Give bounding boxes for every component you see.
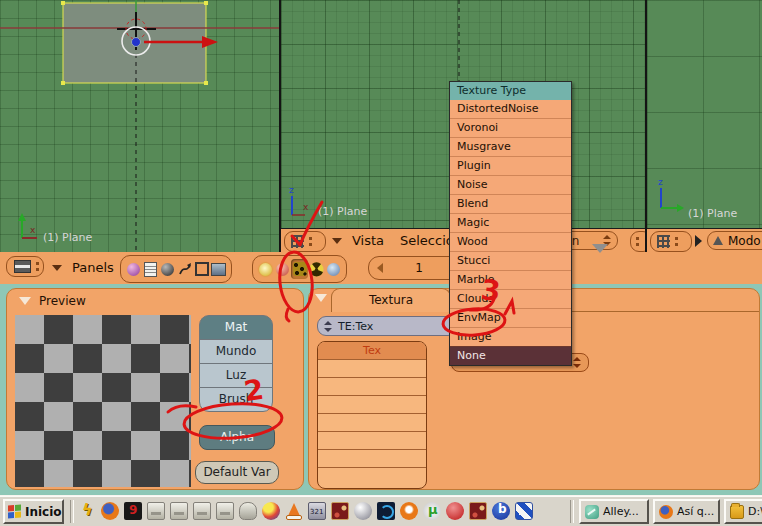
- menu-item-distortednoise[interactable]: DistortedNoise: [450, 100, 571, 118]
- header-expand-icon[interactable]: [695, 235, 702, 247]
- script-icon[interactable]: [142, 259, 159, 279]
- texture-slot[interactable]: [318, 449, 426, 467]
- messenger-icon[interactable]: [515, 502, 533, 520]
- material-icon[interactable]: [274, 259, 291, 279]
- window-type-button[interactable]: [6, 256, 44, 277]
- mesh-triangle-icon: [713, 236, 723, 245]
- menu-vista[interactable]: Vista: [352, 233, 384, 248]
- brush-button[interactable]: Brush: [199, 387, 273, 412]
- luz-button[interactable]: Luz: [199, 363, 273, 388]
- editing-icon[interactable]: [193, 259, 210, 279]
- viewport-side-scene: z: [647, 0, 762, 228]
- firefox-icon: [659, 505, 673, 519]
- windows-logo-icon: [8, 505, 21, 519]
- gray-sphere-icon[interactable]: [354, 502, 372, 520]
- colorful-ball-icon[interactable]: [262, 502, 280, 520]
- red-media-icon[interactable]: [124, 502, 142, 520]
- comic-red-icon[interactable]: [469, 502, 487, 520]
- drive-icon[interactable]: [216, 502, 234, 520]
- menu-item-blend[interactable]: Blend: [450, 194, 571, 213]
- viewport-type-button[interactable]: [650, 231, 692, 252]
- texture-slot[interactable]: [318, 395, 426, 413]
- taskbar-separator: [70, 500, 74, 523]
- mundo-button[interactable]: Mundo: [199, 339, 273, 364]
- texture-slot[interactable]: [318, 467, 426, 485]
- header-collapse-icon[interactable]: [52, 265, 62, 271]
- scene-icon[interactable]: [210, 259, 227, 279]
- menu-item-envmap[interactable]: EnvMap: [450, 308, 571, 327]
- viewport-divider[interactable]: [279, 0, 281, 252]
- menu-item-image[interactable]: Image: [450, 327, 571, 346]
- radiosity-icon[interactable]: [308, 259, 325, 279]
- header-button-partial[interactable]: [630, 231, 645, 252]
- panel-collapse-icon[interactable]: [19, 297, 31, 305]
- alpha-button[interactable]: Alpha: [199, 425, 275, 450]
- blender-window: x (1) Plane z x (1) Plane z (1) Plane: [0, 0, 762, 526]
- blue-media-icon[interactable]: [377, 502, 395, 520]
- texture-panel-tab[interactable]: Textura: [331, 288, 451, 312]
- utorrent-icon[interactable]: [423, 502, 441, 520]
- menu-item-none[interactable]: None: [450, 346, 571, 365]
- scanner-icon[interactable]: [239, 502, 257, 520]
- window-join-widget[interactable]: [592, 244, 608, 253]
- menu-item-voronoi[interactable]: Voronoi: [450, 118, 571, 137]
- folder-icon: [730, 505, 744, 519]
- decrement-icon[interactable]: [377, 263, 383, 273]
- texture-icon[interactable]: [291, 259, 308, 279]
- menu-item-stucci[interactable]: Stucci: [450, 251, 571, 270]
- texture-preview-image: [15, 315, 191, 487]
- logic-icon[interactable]: [125, 259, 142, 279]
- start-button[interactable]: Inicio: [3, 499, 64, 524]
- start-button-label: Inicio: [25, 505, 62, 519]
- menu-item-musgrave[interactable]: Musgrave: [450, 137, 571, 156]
- menu-item-wood[interactable]: Wood: [450, 232, 571, 251]
- vlc-icon[interactable]: [285, 502, 303, 520]
- svg-text:x: x: [303, 202, 309, 212]
- texture-slot-list[interactable]: Tex: [317, 341, 427, 489]
- panel-collapse-icon[interactable]: [315, 294, 327, 302]
- texture-slot[interactable]: [318, 431, 426, 449]
- mat-button[interactable]: Mat: [199, 315, 273, 340]
- object-icon[interactable]: [176, 259, 193, 279]
- task-button-asi-q[interactable]: Así q...: [653, 499, 720, 524]
- menu-item-plugin[interactable]: Plugin: [450, 156, 571, 175]
- viewport-top[interactable]: x (1) Plane: [0, 0, 279, 252]
- media-player-classic-icon[interactable]: [308, 502, 326, 520]
- viewport-side[interactable]: z (1) Plane: [647, 0, 762, 228]
- stepper-dots-icon: [636, 237, 639, 246]
- drive-icon[interactable]: [193, 502, 211, 520]
- lightning-icon[interactable]: [78, 502, 96, 520]
- firefox-icon[interactable]: [101, 502, 119, 520]
- default-var-button[interactable]: Default Var: [195, 461, 279, 484]
- texture-slot[interactable]: [318, 377, 426, 395]
- task-label: Así q...: [677, 505, 714, 518]
- texture-slot[interactable]: [318, 359, 426, 377]
- svg-text:x: x: [30, 225, 36, 235]
- drive-icon[interactable]: [170, 502, 188, 520]
- menu-item-noise[interactable]: Noise: [450, 175, 571, 194]
- menu-item-clouds[interactable]: Clouds: [450, 289, 571, 308]
- world-icon[interactable]: [325, 259, 342, 279]
- shading-icon[interactable]: [159, 259, 176, 279]
- task-button-alley[interactable]: Alley...: [579, 499, 649, 524]
- task-button-folder[interactable]: D:\b: [724, 499, 762, 524]
- preview-panel: Preview Mat Mundo Luz Brush Alpha Defaul…: [6, 288, 304, 490]
- panels-menu[interactable]: Panels: [72, 260, 114, 275]
- comic-red-icon[interactable]: [331, 502, 349, 520]
- buttons-window-body: Preview Mat Mundo Luz Brush Alpha Defaul…: [0, 284, 762, 495]
- red-app-icon[interactable]: [446, 502, 464, 520]
- menu-item-magic[interactable]: Magic: [450, 213, 571, 232]
- menu-item-marble[interactable]: Marble: [450, 270, 571, 289]
- viewport-axes-gizmo: z: [658, 177, 684, 212]
- lamp-icon[interactable]: [257, 259, 274, 279]
- viewport-type-button[interactable]: [284, 231, 326, 252]
- texture-slot[interactable]: [318, 413, 426, 431]
- task-label: Alley...: [603, 505, 639, 518]
- viewport-divider[interactable]: [645, 0, 647, 252]
- texture-name-field[interactable]: TE:Tex: [317, 316, 457, 336]
- drive-icon[interactable]: [147, 502, 165, 520]
- header-collapse-icon[interactable]: [332, 238, 342, 244]
- bittorrent-icon[interactable]: [492, 502, 510, 520]
- blender-icon[interactable]: [400, 502, 418, 520]
- mode-dropdown[interactable]: Modo: [707, 231, 762, 250]
